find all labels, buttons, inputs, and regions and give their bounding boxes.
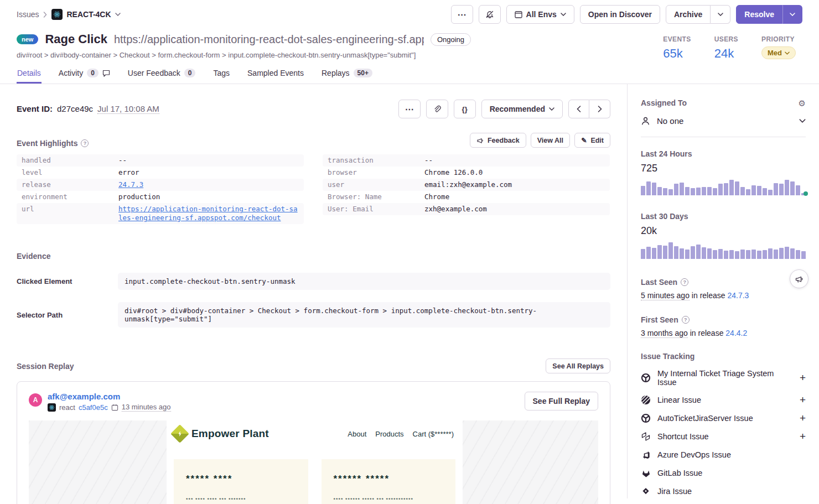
assignee-value: No one [657,116,683,126]
environment-filter-button[interactable]: All Envs [506,5,574,24]
help-icon: ? [81,139,89,147]
replay-nav-cart: Cart ($******) [413,430,454,438]
clicked-element-label: Clicked Element [17,277,118,285]
breadcrumb: Issues REACT-4CK [17,9,121,20]
jira-icon [641,486,651,496]
more-actions-button[interactable]: ⋯ [451,5,473,24]
issue-tabs: Details Activity 0 User Feedback 0 Tags … [0,61,819,84]
selector-path-value: div#root > div#body-container > Checkout… [118,302,610,328]
event-id-row: Event ID: d27ce49c Jul 17, 10:08 AM [17,104,159,114]
list-item: My Internal Ticket Triage System Issue + [641,369,806,387]
last-seen-ago: 5 minutes ago [641,291,690,300]
next-event-button[interactable] [589,100,610,118]
add-issue-button[interactable]: + [800,414,806,422]
highlights-feedback-button[interactable]: Feedback [470,133,526,148]
floating-feedback-button[interactable] [790,269,808,288]
priority-dropdown[interactable]: Med [761,46,796,59]
event-order-dropdown[interactable]: Recommended [481,100,563,118]
assignee-dropdown[interactable]: No one [641,116,806,137]
replay-card: A afk@example.com react c5af0e5c 13 minu… [17,381,610,504]
table-row: environmentproduction [17,191,304,203]
event-attachments-button[interactable] [426,100,448,118]
event-more-button[interactable]: ⋯ [398,100,421,118]
bell-muted-icon [485,10,494,19]
gear-icon[interactable]: ⚙ [799,99,806,107]
issue-tracking-header: Issue Tracking [641,352,806,361]
issue-title: Rage Click [45,32,107,46]
table-row: browserChrome 126.0.0 [323,167,610,179]
tab-details[interactable]: Details [17,65,42,84]
archive-dropdown-button[interactable] [711,5,730,24]
breadcrumb-issues-link[interactable]: Issues [17,10,39,19]
assigned-to-header: Assigned To [641,98,687,107]
see-full-replay-button[interactable]: See Full Replay [525,392,598,411]
resolve-dropdown-button[interactable] [782,5,802,24]
issue-header: new Rage Click https://application-monit… [0,29,819,61]
previous-event-button[interactable] [568,100,589,118]
event-timestamp: Jul 17, 10:08 AM [97,104,159,114]
chevron-down-icon [718,13,723,16]
events-count-link[interactable]: 65k [663,46,691,61]
users-count-link[interactable]: 24k [714,46,738,61]
mute-alerts-button[interactable] [479,5,501,24]
replay-viewport[interactable]: Empower Plant About Products Cart ($****… [29,420,598,504]
last-seen-header: Last Seen? [641,278,806,287]
tab-replays[interactable]: Replays 50+ [321,65,373,84]
replay-nav-products: Products [375,430,403,438]
top-bar: Issues REACT-4CK ⋯ All Envs Open in Disc… [0,0,819,29]
issue-sidebar: Assigned To ⚙ No one Last 24 Hours 725 L… [627,84,819,498]
add-issue-button[interactable]: + [800,396,806,404]
latest-event-dot [804,191,808,196]
replay-user-link[interactable]: afk@example.com [48,392,171,401]
last-seen-release-link[interactable]: 24.7.3 [727,291,749,300]
chevron-down-icon [549,107,554,111]
help-icon: ? [681,278,688,286]
last-24-hours-chart [641,180,806,195]
release-link[interactable]: 24.7.3 [118,180,299,189]
url-link[interactable]: https://application-monitoring-react-dot… [118,205,299,222]
archive-button[interactable]: Archive [666,5,711,24]
react-project-icon [48,403,56,412]
tracking-link[interactable]: Azure DevOps Issue [657,450,806,459]
list-item: AutoTicketJiraServer Issue + [641,413,806,423]
table-row: transaction-- [323,154,610,167]
last-24-hours-header: Last 24 Hours [641,149,806,158]
issue-stats: EVENTS 65k USERS 24k PRIORITY Med [663,32,796,61]
chevron-down-icon [115,13,121,16]
megaphone-icon [795,275,804,283]
highlights-view-all-button[interactable]: View All [531,133,570,148]
tab-sampled-events[interactable]: Sampled Events [247,65,304,84]
tracking-link[interactable]: My Internal Ticket Triage System Issue [657,369,793,387]
issue-actions: ⋯ All Envs Open in Discover Archive Reso… [451,5,802,24]
tracking-link[interactable]: Linear Issue [657,396,793,404]
replay-time-ago: 13 minutes ago [122,403,171,412]
first-seen-release-link[interactable]: 24.4.2 [725,329,747,337]
see-all-replays-button[interactable]: See All Replays [546,358,610,373]
last-24-hours-total: 725 [641,163,806,174]
tracking-link[interactable]: AutoTicketJiraServer Issue [657,414,793,423]
calendar-icon [111,404,118,411]
open-in-discover-button[interactable]: Open in Discover [580,5,660,24]
project-selector[interactable]: REACT-4CK [51,9,120,20]
tracking-link[interactable]: Jira Issue [657,487,806,496]
event-json-button[interactable]: {} [454,100,476,118]
resolve-button[interactable]: Resolve [736,5,782,24]
resolve-split-button: Resolve [736,5,802,24]
events-label: EVENTS [663,35,691,43]
event-id-value: d27ce49c [57,104,93,113]
tab-user-feedback[interactable]: User Feedback 0 [127,65,196,84]
tracking-link[interactable]: Shortcut Issue [657,432,793,441]
priority-label: PRIORITY [761,35,796,43]
replays-count-badge: 50+ [354,69,372,77]
event-pagination [568,100,610,118]
ticket-system-icon [641,413,651,423]
add-issue-button[interactable]: + [800,374,806,382]
add-issue-button[interactable]: + [800,433,806,440]
replay-site-brand: Empower Plant [191,428,269,440]
tracking-link[interactable]: GitLab Issue [657,469,806,477]
replay-id-link[interactable]: c5af0e5c [79,403,108,412]
tab-tags[interactable]: Tags [212,65,230,84]
tab-activity[interactable]: Activity 0 [58,65,111,84]
table-row: handled-- [17,154,304,167]
highlights-edit-button[interactable]: ✎ Edit [574,133,610,148]
